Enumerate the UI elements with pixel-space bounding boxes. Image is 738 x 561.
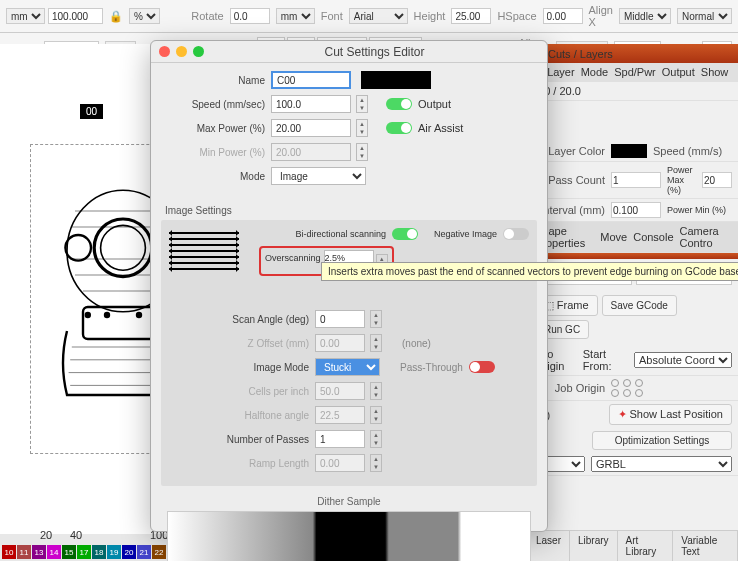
image-settings-panel: Bi-directional scanning Negative Image O…: [161, 220, 537, 486]
air-assist-toggle[interactable]: [386, 122, 412, 134]
passthrough-label: Pass-Through: [400, 362, 463, 373]
layer-row[interactable]: 0.0 / 20.0: [529, 82, 738, 101]
speed-label: Speed (mm/sec): [165, 99, 265, 110]
color-swatch-10[interactable]: 10: [2, 545, 16, 559]
show-last-position-button[interactable]: ✦ Show Last Position: [609, 404, 732, 425]
move-tab[interactable]: Move: [600, 231, 627, 243]
svg-point-2: [100, 225, 145, 270]
halftone-label: Halftone angle: [169, 410, 309, 421]
rotate-unit[interactable]: mm: [276, 8, 315, 24]
bottom-tabs: Laser Library Art Library Variable Text: [528, 530, 738, 561]
job-origin-grid[interactable]: [611, 379, 645, 397]
lock-icon[interactable]: 🔒: [109, 10, 123, 23]
color-swatch-19[interactable]: 19: [107, 545, 121, 559]
color-swatch-21[interactable]: 21: [137, 545, 151, 559]
speed-spinner[interactable]: ▲▼: [356, 95, 368, 113]
color-swatch-17[interactable]: 17: [77, 545, 91, 559]
color-swatch-11[interactable]: 11: [17, 545, 31, 559]
svg-point-1: [94, 219, 152, 277]
power-max-input[interactable]: [702, 172, 732, 188]
color-swatch-18[interactable]: 18: [92, 545, 106, 559]
color-swatch-13[interactable]: 13: [32, 545, 46, 559]
close-icon[interactable]: [159, 46, 170, 57]
maxpower-spinner[interactable]: ▲▼: [356, 119, 368, 137]
layer-color-preview[interactable]: [361, 71, 431, 89]
maxpower-label: Max Power (%): [165, 123, 265, 134]
titlebar: Cut Settings Editor: [151, 41, 547, 63]
unit-select[interactable]: mm: [6, 8, 45, 24]
passes-spinner[interactable]: ▲▼: [370, 430, 382, 448]
interval-input[interactable]: [611, 202, 661, 218]
output-toggle-modal[interactable]: [386, 98, 412, 110]
minpower-spinner: ▲▼: [356, 143, 368, 161]
svg-point-3: [65, 235, 91, 261]
save-gcode-button[interactable]: Save GCode: [602, 295, 677, 316]
overscanning-tooltip: Inserts extra moves past the end of scan…: [321, 262, 738, 281]
scan-angle-input[interactable]: [315, 310, 365, 328]
tab-library[interactable]: Library: [570, 531, 618, 561]
alignx-label: Align X: [589, 4, 613, 28]
maxpower-input[interactable]: [271, 119, 351, 137]
rotate-input[interactable]: [230, 8, 270, 24]
name-input[interactable]: [271, 71, 351, 89]
job-origin-row: Job Origin: [529, 376, 738, 401]
passes-input[interactable]: [315, 430, 365, 448]
minpower-input: [271, 143, 351, 161]
toolbar-row-1: mm 🔒 % Rotate mm Font Arial Height HSpac…: [0, 0, 738, 33]
halftone-input: [315, 406, 365, 424]
speed-input[interactable]: [271, 95, 351, 113]
dither-sample-section: Dither Sample Stucki: High quality dithe…: [161, 490, 537, 561]
bidirectional-toggle[interactable]: [392, 228, 418, 240]
origin-row: o to Origin Start From: Absolute Coord: [529, 345, 738, 376]
sub-tabs: Shape Properties Move Console Camera Con…: [529, 222, 738, 253]
show-last-row: es) ✦ Show Last Position: [529, 401, 738, 428]
height-label: Height: [414, 10, 446, 22]
start-from-select[interactable]: Absolute Coord: [634, 352, 732, 368]
color-swatch-14[interactable]: 14: [47, 545, 61, 559]
optimization-button[interactable]: Optimization Settings: [592, 431, 732, 450]
passthrough-toggle[interactable]: [469, 361, 495, 373]
bidirectional-label: Bi-directional scanning: [295, 229, 386, 239]
none-label: (none): [402, 338, 431, 349]
scan-direction-icon: [169, 228, 239, 288]
layer-table-header: #LayerModeSpd/PwrOutputShow: [529, 63, 738, 82]
console-tab[interactable]: Console: [633, 231, 673, 243]
pass-count-row: Pass Count Power Max (%): [529, 162, 738, 199]
cuts-layers-header: ✕ Cuts / Layers: [529, 44, 738, 63]
svg-point-17: [135, 312, 141, 318]
zoffset-spinner: ▲▼: [370, 334, 382, 352]
image-settings-label: Image Settings: [165, 205, 547, 216]
grbl-select[interactable]: GRBL: [591, 456, 732, 472]
color-swatch-20[interactable]: 20: [122, 545, 136, 559]
tab-variable-text[interactable]: Variable Text: [673, 531, 738, 561]
halftone-spinner: ▲▼: [370, 406, 382, 424]
svg-point-15: [84, 312, 90, 318]
alignx-select[interactable]: Middle: [619, 8, 671, 24]
ramp-label: Ramp Length: [169, 458, 309, 469]
layer-badge: 00: [80, 104, 103, 119]
mode-label: Mode: [165, 171, 265, 182]
unit2-select[interactable]: %: [129, 8, 160, 24]
tab-art-library[interactable]: Art Library: [618, 531, 674, 561]
maximize-icon[interactable]: [193, 46, 204, 57]
camera-tab[interactable]: Camera Contro: [680, 225, 732, 249]
gcode-buttons: ⬚ Frame Save GCode Run GC: [529, 289, 738, 345]
hspace-input[interactable]: [543, 8, 583, 24]
negative-label: Negative Image: [434, 229, 497, 239]
font-select[interactable]: Arial: [349, 8, 408, 24]
pass-count-input[interactable]: [611, 172, 661, 188]
output-label: Output: [418, 98, 451, 110]
height-input[interactable]: [451, 8, 491, 24]
imgmode-select[interactable]: Stucki: [315, 358, 380, 376]
dialog-title: Cut Settings Editor: [210, 45, 539, 59]
dither-preview-image: [167, 511, 531, 561]
minimize-icon[interactable]: [176, 46, 187, 57]
cut-settings-dialog: Cut Settings Editor Name Speed (mm/sec) …: [150, 40, 548, 532]
size-input-1[interactable]: [48, 8, 103, 24]
negative-toggle[interactable]: [503, 228, 529, 240]
mode-select[interactable]: Image: [271, 167, 366, 185]
style-select[interactable]: Normal: [677, 8, 732, 24]
color-swatch-15[interactable]: 15: [62, 545, 76, 559]
layer-color-swatch[interactable]: [611, 144, 647, 158]
scan-angle-spinner[interactable]: ▲▼: [370, 310, 382, 328]
